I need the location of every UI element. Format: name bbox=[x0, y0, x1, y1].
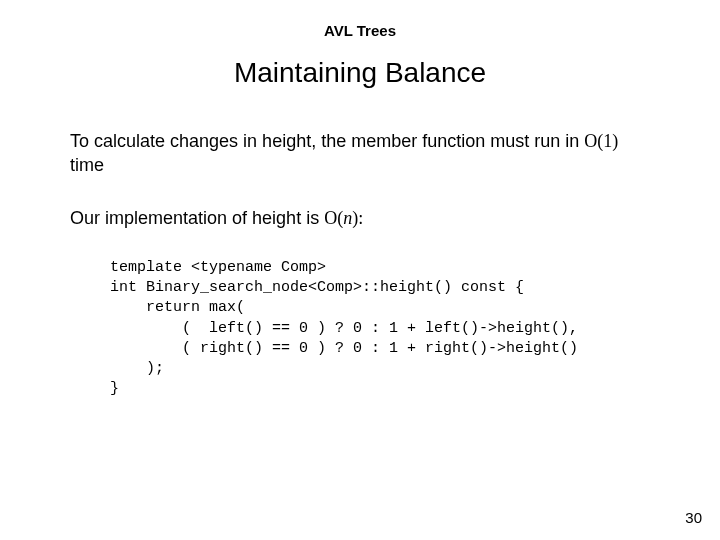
para1-text-c: time bbox=[70, 155, 104, 175]
big-o-n-var: n bbox=[343, 208, 352, 228]
big-o-n-open: O( bbox=[324, 208, 343, 228]
code-line-5: ( right() == 0 ) ? 0 : 1 + right()->heig… bbox=[110, 339, 650, 359]
slide-body: To calculate changes in height, the memb… bbox=[0, 89, 720, 400]
big-o-n-close: ): bbox=[352, 208, 363, 228]
slide-header: AVL Trees bbox=[0, 0, 720, 39]
page-number: 30 bbox=[685, 509, 702, 526]
slide: AVL Trees Maintaining Balance To calcula… bbox=[0, 0, 720, 540]
code-line-3: return max( bbox=[110, 298, 650, 318]
code-line-2: int Binary_search_node<Comp>::height() c… bbox=[110, 278, 650, 298]
code-line-6: ); bbox=[110, 359, 650, 379]
para2-text-a: Our implementation of height is bbox=[70, 208, 324, 228]
paragraph-2: Our implementation of height is O(n): bbox=[70, 206, 650, 230]
para1-text-a: To calculate changes in height, the memb… bbox=[70, 131, 584, 151]
code-line-4: ( left() == 0 ) ? 0 : 1 + left()->height… bbox=[110, 319, 650, 339]
big-o-1: O(1) bbox=[584, 131, 618, 151]
slide-title: Maintaining Balance bbox=[0, 57, 720, 89]
code-block: template <typename Comp>int Binary_searc… bbox=[110, 258, 650, 400]
code-line-1: template <typename Comp> bbox=[110, 258, 650, 278]
code-line-7: } bbox=[110, 379, 650, 399]
paragraph-1: To calculate changes in height, the memb… bbox=[70, 129, 650, 178]
